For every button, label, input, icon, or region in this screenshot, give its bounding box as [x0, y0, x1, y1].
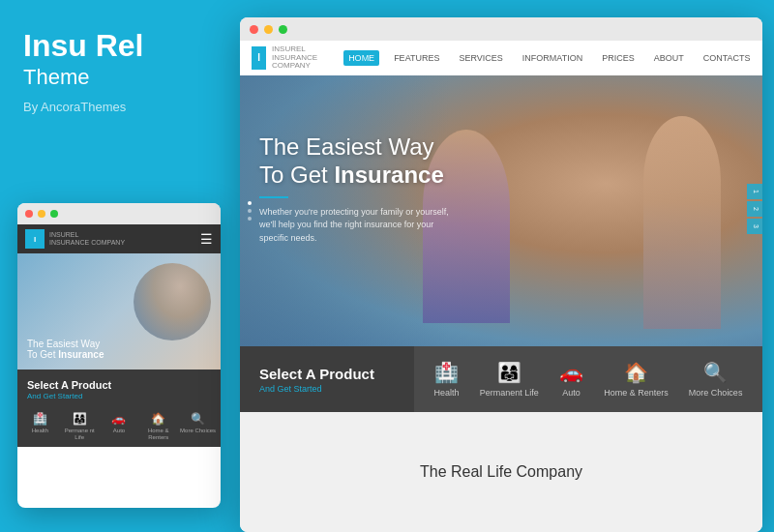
- more-icon: 🔍: [191, 412, 205, 426]
- right-tab-2[interactable]: 2: [747, 201, 762, 217]
- life-icon: 👨‍👩‍👧: [73, 412, 87, 426]
- left-panel: Insu Rel Theme By AncoraThemes I INSUREL…: [0, 0, 232, 532]
- mobile-select-title: Select A Product: [27, 379, 211, 391]
- hero-right-tabs: 1 2 3: [747, 184, 762, 236]
- mobile-icon-health[interactable]: 🏥 Health: [21, 412, 59, 441]
- mobile-hero-line1: The Easiest Way: [27, 339, 104, 349]
- mobile-select-subtitle: And Get Started: [27, 392, 211, 400]
- auto-label: Auto: [113, 428, 125, 434]
- nav-item-features[interactable]: FEATURES: [389, 50, 444, 66]
- nav-item-about[interactable]: ABOUT: [649, 50, 689, 66]
- select-icon-auto[interactable]: 🚗 Auto: [559, 361, 583, 398]
- hero-person-right: [643, 116, 721, 329]
- desktop-hero: The Easiest Way To Get Insurance Whether…: [240, 75, 762, 346]
- select-bar-left: Select A Product And Get Started: [240, 346, 414, 412]
- side-dot-3[interactable]: [248, 217, 252, 221]
- select-auto-label: Auto: [562, 388, 580, 398]
- select-icon-life[interactable]: 👨‍👩‍👧 Permanent Life: [480, 361, 539, 398]
- select-home-label: Home & Renters: [604, 388, 669, 398]
- select-icon-home[interactable]: 🏠 Home & Renters: [604, 361, 669, 398]
- desktop-topbar: [240, 17, 762, 41]
- right-tab-1[interactable]: 1: [747, 184, 762, 199]
- hero-line1: The Easiest Way: [259, 133, 453, 162]
- auto-icon: 🚗: [111, 412, 126, 426]
- mobile-logo-text: INSUREL INSURANCE COMPANY: [49, 231, 125, 246]
- select-more-label: More Choices: [689, 388, 743, 398]
- select-life-icon: 👨‍👩‍👧: [497, 361, 521, 384]
- nav-item-information[interactable]: INFORMATION: [518, 50, 587, 66]
- desktop-nav-items: HOME FEATURES SERVICES INFORMATION PRICE…: [343, 50, 755, 66]
- select-health-label: Health: [434, 388, 460, 398]
- mobile-icon-auto[interactable]: 🚗 Auto: [101, 412, 138, 441]
- mobile-hero-line2: To Get Insurance: [27, 349, 104, 360]
- select-life-label: Permanent Life: [480, 388, 539, 398]
- health-label: Health: [32, 428, 48, 434]
- select-icon-more[interactable]: 🔍 More Choices: [689, 361, 743, 398]
- dot-yellow: [38, 210, 45, 218]
- mobile-topbar: [17, 203, 221, 224]
- desktop-dot-red: [250, 25, 258, 34]
- brand-subtitle: Theme: [23, 65, 209, 90]
- dot-green: [50, 210, 58, 218]
- select-icon-health[interactable]: 🏥 Health: [434, 361, 460, 398]
- select-home-icon: 🏠: [624, 361, 648, 384]
- side-dot-1[interactable]: [248, 201, 252, 205]
- select-auto-icon: 🚗: [559, 361, 583, 384]
- life-label: Permane nt Life: [61, 428, 99, 441]
- brand-by: By AncoraThemes: [23, 100, 209, 114]
- hero-side-dots: [248, 201, 252, 221]
- select-more-icon: 🔍: [703, 361, 728, 384]
- select-product-subtitle: And Get Started: [259, 384, 395, 394]
- hero-content: The Easiest Way To Get Insurance Whether…: [259, 133, 453, 245]
- mobile-select-section: Select A Product And Get Started: [17, 369, 221, 406]
- mobile-burger-icon[interactable]: ☰: [200, 231, 213, 247]
- mobile-icon-more[interactable]: 🔍 More Choices: [179, 412, 217, 441]
- mobile-people-silhouette: [134, 263, 211, 340]
- mobile-logo-box: I: [25, 229, 45, 249]
- bottom-title: The Real Life Company: [420, 463, 582, 481]
- health-icon: 🏥: [33, 412, 47, 426]
- mobile-icon-life[interactable]: 👨‍👩‍👧 Permane nt Life: [61, 412, 99, 441]
- dot-red: [25, 210, 33, 218]
- select-product-title: Select A Product: [259, 366, 395, 382]
- select-product-bar: Select A Product And Get Started 🏥 Healt…: [240, 346, 762, 412]
- mobile-icon-home[interactable]: 🏠 Home & Renters: [139, 412, 177, 441]
- mobile-nav: I INSUREL INSURANCE COMPANY ☰: [17, 224, 221, 253]
- mobile-icons-row: 🏥 Health 👨‍👩‍👧 Permane nt Life 🚗 Auto 🏠 …: [17, 406, 221, 447]
- desktop-dot-green: [279, 25, 287, 34]
- hero-line2: To Get Insurance: [259, 162, 453, 189]
- desktop-nav: I INSUREL INSURANCE COMPANY HOME FEATURE…: [240, 41, 762, 75]
- nav-item-services[interactable]: SERVICES: [454, 50, 507, 66]
- mobile-nav-logo: I INSUREL INSURANCE COMPANY: [25, 229, 125, 249]
- mobile-hero-text: The Easiest Way To Get Insurance: [27, 339, 104, 360]
- home-icon: 🏠: [151, 412, 165, 426]
- select-health-icon: 🏥: [434, 361, 459, 384]
- mobile-hero: The Easiest Way To Get Insurance: [17, 253, 221, 369]
- nav-item-contacts[interactable]: CONTACTS: [699, 50, 756, 66]
- more-label: More Choices: [180, 428, 216, 434]
- desktop-bottom-section: The Real Life Company: [240, 412, 762, 532]
- mobile-preview-card: I INSUREL INSURANCE COMPANY ☰ The Easies…: [17, 203, 221, 508]
- desktop-dot-yellow: [264, 25, 273, 34]
- home-label: Home & Renters: [139, 428, 177, 441]
- nav-item-prices[interactable]: PRICES: [597, 50, 640, 66]
- desktop-preview-panel: I INSUREL INSURANCE COMPANY HOME FEATURE…: [240, 17, 762, 532]
- nav-item-home[interactable]: HOME: [343, 50, 379, 66]
- desktop-nav-logo: I INSUREL INSURANCE COMPANY: [252, 45, 326, 71]
- right-tab-3[interactable]: 3: [747, 219, 762, 234]
- desktop-logo-box: I: [252, 46, 266, 70]
- desktop-logo-text: INSUREL INSURANCE COMPANY: [272, 45, 326, 71]
- select-bar-icons: 🏥 Health 👨‍👩‍👧 Permanent Life 🚗 Auto 🏠 H…: [414, 346, 762, 412]
- hero-description: Whether you're protecting your family or…: [259, 206, 453, 246]
- hero-divider: [259, 196, 288, 198]
- brand-title: Insu Rel: [23, 29, 209, 63]
- side-dot-2[interactable]: [248, 209, 252, 213]
